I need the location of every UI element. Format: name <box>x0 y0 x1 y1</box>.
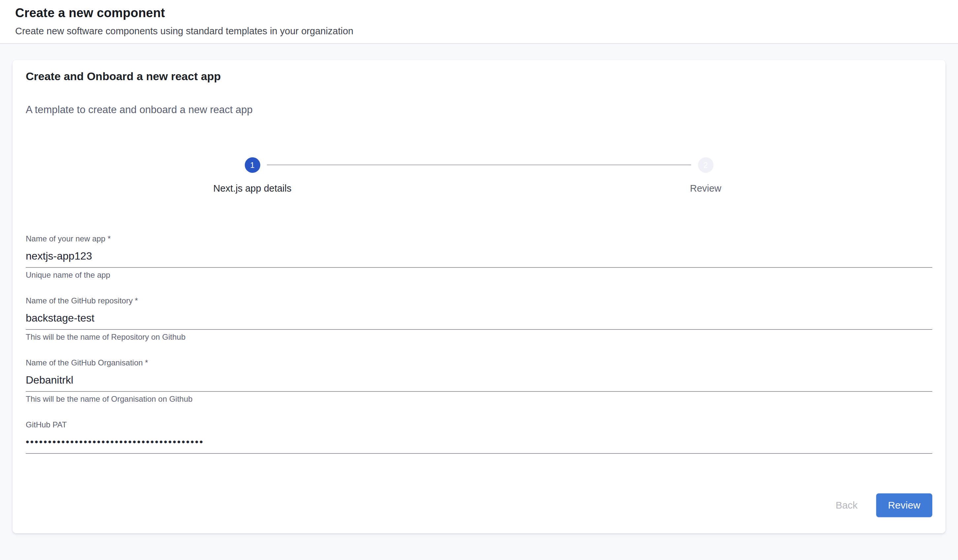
page-title: Create a new component <box>15 5 943 21</box>
step-nextjs-app-details: 1 Next.js app details <box>26 157 479 194</box>
step-2-label: Review <box>690 183 721 194</box>
form-actions: Back Review <box>26 493 932 517</box>
app-name-input[interactable] <box>26 248 932 268</box>
github-organisation-helper: This will be the name of Organisation on… <box>26 395 932 404</box>
template-title: Create and Onboard a new react app <box>26 69 932 83</box>
step-review: 2 Review <box>479 157 932 194</box>
page-subtitle: Create new software components using sta… <box>15 26 943 36</box>
github-pat-input[interactable] <box>26 434 932 454</box>
app-name-label: Name of your new app * <box>26 234 932 243</box>
template-subtitle: A template to create and onboard a new r… <box>26 103 932 116</box>
github-pat-label: GitHub PAT <box>26 420 932 429</box>
github-organisation-label: Name of the GitHub Organisation * <box>26 358 932 367</box>
step-1-label: Next.js app details <box>213 183 292 194</box>
step-2-number: 2 <box>703 160 707 170</box>
github-repository-input[interactable] <box>26 310 932 330</box>
step-1-number: 1 <box>250 160 254 170</box>
field-github-repository: Name of the GitHub repository * This wil… <box>26 296 932 342</box>
template-card: Create and Onboard a new react app A tem… <box>13 60 945 533</box>
review-button[interactable]: Review <box>876 493 932 517</box>
page-header: Create a new component Create new softwa… <box>0 0 958 44</box>
github-repository-helper: This will be the name of Repository on G… <box>26 332 932 342</box>
stepper: 1 Next.js app details 2 Review <box>26 157 932 194</box>
field-github-pat: GitHub PAT <box>26 420 932 454</box>
github-organisation-input[interactable] <box>26 372 932 392</box>
stepper-connector <box>267 165 691 165</box>
back-button[interactable]: Back <box>826 493 868 517</box>
step-1-indicator: 1 <box>245 157 260 173</box>
app-details-form: Name of your new app * Unique name of th… <box>26 234 932 454</box>
github-repository-label: Name of the GitHub repository * <box>26 296 932 305</box>
field-github-organisation: Name of the GitHub Organisation * This w… <box>26 358 932 404</box>
step-2-indicator: 2 <box>698 157 714 173</box>
field-app-name: Name of your new app * Unique name of th… <box>26 234 932 280</box>
content-area: Create and Onboard a new react app A tem… <box>0 44 958 533</box>
app-name-helper: Unique name of the app <box>26 270 932 280</box>
